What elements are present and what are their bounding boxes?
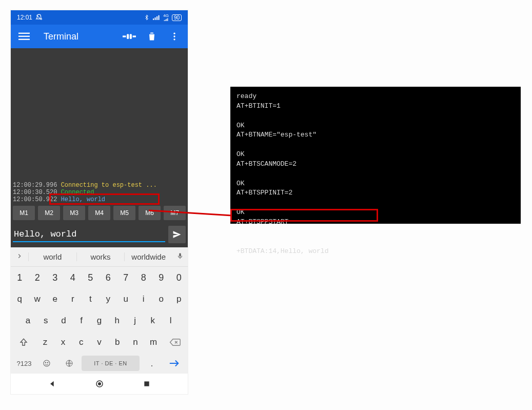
macro-m4[interactable]: M4 <box>88 206 110 220</box>
macro-m1[interactable]: M1 <box>13 206 35 220</box>
key-n[interactable]: n <box>126 331 144 353</box>
key-t[interactable]: t <box>82 288 100 310</box>
key-row-2: a s d f g h j k l <box>11 310 188 331</box>
key-enter[interactable] <box>164 356 185 371</box>
key-i[interactable]: i <box>135 288 153 310</box>
key-row-3: z x c v b n m <box>11 331 188 353</box>
key-8[interactable]: 8 <box>135 267 153 288</box>
macro-m7[interactable]: M7 <box>164 206 186 220</box>
svg-point-23 <box>98 383 101 385</box>
svg-point-17 <box>173 38 175 40</box>
overflow-button[interactable] <box>165 27 184 46</box>
macro-m3[interactable]: M3 <box>63 206 85 220</box>
key-space[interactable]: IT · DE · EN <box>82 356 140 371</box>
log-line: 12:00:50.922 Hello, world <box>13 196 186 203</box>
svg-point-18 <box>44 360 50 366</box>
key-a[interactable]: a <box>19 310 37 331</box>
mic-button[interactable] <box>172 252 188 262</box>
key-g[interactable]: g <box>90 310 108 331</box>
key-w[interactable]: w <box>29 288 47 310</box>
key-z[interactable]: z <box>36 331 54 353</box>
svg-rect-1 <box>155 17 156 20</box>
key-period[interactable]: . <box>142 356 162 371</box>
key-5[interactable]: 5 <box>82 267 100 288</box>
key-x[interactable]: x <box>54 331 72 353</box>
input-row <box>11 223 188 247</box>
suggestion-3[interactable]: worldwide <box>124 252 172 261</box>
macro-m2[interactable]: M2 <box>38 206 60 220</box>
svg-rect-12 <box>133 35 136 37</box>
delete-button[interactable] <box>143 27 161 46</box>
svg-rect-8 <box>18 33 30 34</box>
key-v[interactable]: v <box>90 331 108 353</box>
connect-button[interactable] <box>120 27 139 46</box>
svg-rect-0 <box>153 18 154 20</box>
key-p[interactable]: p <box>170 288 188 310</box>
macro-m5[interactable]: M5 <box>113 206 135 220</box>
nav-back[interactable] <box>47 378 58 389</box>
key-r[interactable]: r <box>64 288 82 310</box>
key-m[interactable]: m <box>145 331 163 353</box>
key-q[interactable]: q <box>11 288 29 310</box>
key-4[interactable]: 4 <box>64 267 82 288</box>
app-title: Terminal <box>44 31 78 42</box>
key-c[interactable]: c <box>72 331 90 353</box>
send-button[interactable] <box>168 226 186 243</box>
key-h[interactable]: h <box>108 310 126 331</box>
key-2[interactable]: 2 <box>29 267 47 288</box>
key-3[interactable]: 3 <box>46 267 64 288</box>
key-l[interactable]: l <box>162 310 180 331</box>
key-y[interactable]: y <box>100 288 117 310</box>
key-d[interactable]: d <box>55 310 73 331</box>
key-6[interactable]: 6 <box>100 267 117 288</box>
svg-rect-7 <box>167 18 168 21</box>
bluetooth-icon <box>144 14 150 21</box>
svg-rect-3 <box>159 15 160 20</box>
svg-rect-6 <box>166 19 167 21</box>
expand-suggestions[interactable] <box>11 252 28 261</box>
key-u[interactable]: u <box>117 288 135 310</box>
status-time: 12:01 <box>17 14 32 21</box>
menu-button[interactable] <box>15 27 33 46</box>
key-language[interactable] <box>59 356 80 371</box>
macro-row: M1 M2 M3 M4 M5 M6 M7 <box>11 203 188 223</box>
key-symbols[interactable]: ?123 <box>14 356 34 371</box>
key-o[interactable]: o <box>152 288 170 310</box>
key-k[interactable]: k <box>144 310 162 331</box>
key-s[interactable]: s <box>37 310 55 331</box>
svg-rect-14 <box>130 34 132 39</box>
key-shift[interactable] <box>11 331 36 353</box>
key-1[interactable]: 1 <box>11 267 29 288</box>
key-row-fn: ?123 IT · DE · EN . <box>11 353 188 374</box>
key-9[interactable]: 9 <box>152 267 170 288</box>
key-e[interactable]: e <box>46 288 64 310</box>
svg-rect-24 <box>144 381 149 386</box>
key-f[interactable]: f <box>72 310 90 331</box>
key-emoji[interactable] <box>36 356 57 371</box>
key-7[interactable]: 7 <box>117 267 135 288</box>
nav-recent[interactable] <box>141 378 152 389</box>
message-input[interactable] <box>13 227 165 242</box>
android-nav-bar <box>11 374 188 394</box>
key-j[interactable]: j <box>126 310 144 331</box>
status-bar: 12:01 4G 90 <box>11 10 188 25</box>
svg-rect-9 <box>18 36 30 37</box>
svg-point-19 <box>45 362 46 363</box>
svg-point-20 <box>47 362 48 363</box>
macro-m6[interactable]: M6 <box>139 206 161 220</box>
svg-rect-2 <box>156 16 157 20</box>
key-0[interactable]: 0 <box>170 267 188 288</box>
nav-home[interactable] <box>94 378 105 389</box>
key-b[interactable]: b <box>108 331 126 353</box>
log-line: 12:00:29.996 Connecting to esp-test ... <box>13 182 186 189</box>
svg-rect-13 <box>127 34 129 39</box>
svg-rect-5 <box>165 19 165 21</box>
suggestion-2[interactable]: works <box>76 252 125 261</box>
key-row-1: q w e r t y u i o p <box>11 288 188 310</box>
key-backspace[interactable] <box>163 331 188 353</box>
suggestion-1[interactable]: world <box>28 252 76 261</box>
dnd-icon <box>35 14 43 21</box>
battery-indicator: 90 <box>172 14 182 21</box>
log-line: 12:00:30.520 Connected <box>13 189 186 196</box>
key-row-num: 1 2 3 4 5 6 7 8 9 0 <box>11 267 188 288</box>
